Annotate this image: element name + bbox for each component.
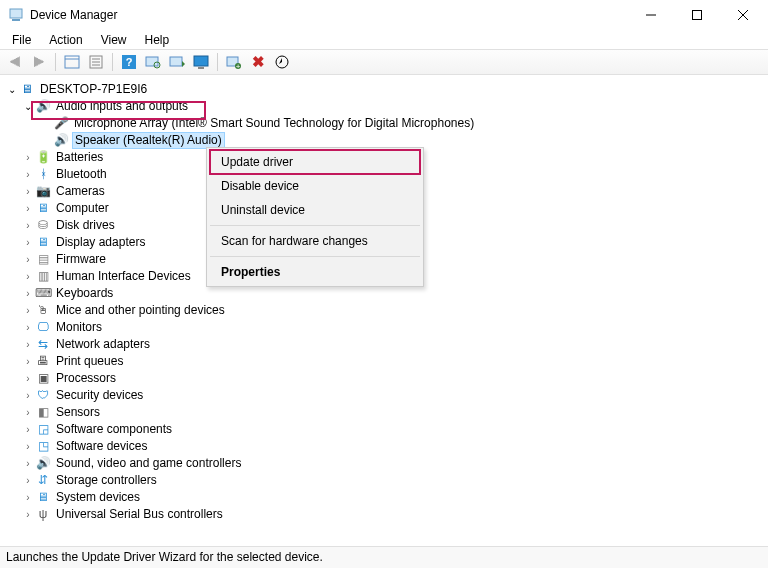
speaker-label[interactable]: Speaker (Realtek(R) Audio)	[72, 132, 225, 149]
category-usb[interactable]: ›ψUniversal Serial Bus controllers	[6, 506, 768, 523]
category-label[interactable]: Sensors	[54, 404, 102, 421]
tb-monitor[interactable]	[190, 51, 212, 73]
category-label[interactable]: Network adapters	[54, 336, 152, 353]
tb-scan[interactable]	[142, 51, 164, 73]
category-swdev[interactable]: ›◳Software devices	[6, 438, 768, 455]
tree-root[interactable]: ⌄ 🖥 DESKTOP-7P1E9I6	[6, 81, 768, 98]
ctx-uninstall-device[interactable]: Uninstall device	[209, 198, 421, 222]
caret-icon[interactable]: ›	[22, 455, 34, 472]
category-swcomp[interactable]: ›◲Software components	[6, 421, 768, 438]
menu-help[interactable]: Help	[137, 31, 178, 49]
tb-properties[interactable]	[85, 51, 107, 73]
tb-update[interactable]	[166, 51, 188, 73]
category-label[interactable]: Universal Serial Bus controllers	[54, 506, 225, 523]
category-audio[interactable]: ⌄ 🔊 Audio inputs and outputs	[6, 98, 768, 115]
computer-icon: 🖥	[35, 201, 51, 217]
category-keyboards[interactable]: ›⌨Keyboards	[6, 285, 768, 302]
caret-icon[interactable]: ›	[22, 149, 34, 166]
microphone-icon: 🎤	[53, 116, 69, 132]
category-label[interactable]: Monitors	[54, 319, 104, 336]
svg-rect-6	[65, 56, 79, 68]
caret-icon[interactable]: ⌄	[6, 81, 18, 98]
tb-add-legacy[interactable]: +	[223, 51, 245, 73]
category-label[interactable]: Firmware	[54, 251, 108, 268]
ctx-update-driver[interactable]: Update driver	[209, 149, 421, 175]
root-label[interactable]: DESKTOP-7P1E9I6	[38, 81, 149, 98]
category-storage[interactable]: ›⇵Storage controllers	[6, 472, 768, 489]
menu-view[interactable]: View	[93, 31, 135, 49]
caret-icon[interactable]: ›	[22, 472, 34, 489]
tb-help[interactable]: ?	[118, 51, 140, 73]
caret-icon[interactable]: ›	[22, 489, 34, 506]
tb-older[interactable]	[271, 51, 293, 73]
caret-icon[interactable]: ›	[22, 234, 34, 251]
category-label[interactable]: Disk drives	[54, 217, 117, 234]
category-label[interactable]: Computer	[54, 200, 111, 217]
category-security[interactable]: ›🛡Security devices	[6, 387, 768, 404]
category-monitors[interactable]: ›🖵Monitors	[6, 319, 768, 336]
ctx-properties[interactable]: Properties	[209, 260, 421, 284]
caret-icon[interactable]: ›	[22, 506, 34, 523]
tb-sep	[112, 53, 113, 71]
category-label[interactable]: Processors	[54, 370, 118, 387]
category-sound[interactable]: ›🔊Sound, video and game controllers	[6, 455, 768, 472]
caret-icon[interactable]: ›	[22, 200, 34, 217]
caret-icon[interactable]: ›	[22, 166, 34, 183]
minimize-button[interactable]	[628, 0, 674, 30]
category-label[interactable]: Mice and other pointing devices	[54, 302, 227, 319]
batteries-icon: 🔋	[35, 150, 51, 166]
category-print[interactable]: ›🖶Print queues	[6, 353, 768, 370]
category-label[interactable]: Bluetooth	[54, 166, 109, 183]
tb-uninstall[interactable]: ✖	[247, 51, 269, 73]
category-label[interactable]: Batteries	[54, 149, 105, 166]
category-label[interactable]: Display adapters	[54, 234, 147, 251]
app-icon	[8, 7, 24, 23]
mic-label[interactable]: Microphone Array (Intel® Smart Sound Tec…	[72, 115, 476, 132]
tb-show-hidden[interactable]	[61, 51, 83, 73]
category-label[interactable]: Storage controllers	[54, 472, 159, 489]
display-icon: 🖥	[35, 235, 51, 251]
category-label[interactable]: System devices	[54, 489, 142, 506]
menu-file[interactable]: File	[4, 31, 39, 49]
category-network[interactable]: ›⇆Network adapters	[6, 336, 768, 353]
caret-icon[interactable]: ›	[22, 387, 34, 404]
caret-icon[interactable]: ›	[22, 302, 34, 319]
ctx-separator	[210, 256, 420, 257]
category-label[interactable]: Print queues	[54, 353, 125, 370]
category-label[interactable]: Software devices	[54, 438, 149, 455]
category-label[interactable]: Security devices	[54, 387, 145, 404]
caret-icon[interactable]: ›	[22, 438, 34, 455]
caret-icon[interactable]: ›	[22, 217, 34, 234]
close-button[interactable]	[720, 0, 766, 30]
caret-icon[interactable]: ›	[22, 285, 34, 302]
caret-icon[interactable]: ›	[22, 370, 34, 387]
category-label[interactable]: Software components	[54, 421, 174, 438]
category-processors[interactable]: ›▣Processors	[6, 370, 768, 387]
tb-forward[interactable]: ⯈	[28, 51, 50, 73]
caret-icon[interactable]: ⌄	[22, 98, 34, 115]
category-mice[interactable]: ›🖱Mice and other pointing devices	[6, 302, 768, 319]
caret-icon[interactable]: ›	[22, 268, 34, 285]
caret-icon[interactable]: ›	[22, 404, 34, 421]
caret-icon[interactable]: ›	[22, 421, 34, 438]
ctx-disable-device[interactable]: Disable device	[209, 174, 421, 198]
monitors-icon: 🖵	[35, 320, 51, 336]
caret-icon[interactable]: ›	[22, 353, 34, 370]
category-label[interactable]: Cameras	[54, 183, 107, 200]
caret-icon[interactable]: ›	[22, 183, 34, 200]
category-label[interactable]: Keyboards	[54, 285, 115, 302]
tb-back[interactable]: ⯇	[4, 51, 26, 73]
category-label[interactable]: Sound, video and game controllers	[54, 455, 243, 472]
category-label[interactable]: Human Interface Devices	[54, 268, 193, 285]
caret-icon[interactable]: ›	[22, 336, 34, 353]
audio-label[interactable]: Audio inputs and outputs	[54, 98, 190, 115]
device-microphone[interactable]: 🎤 Microphone Array (Intel® Smart Sound T…	[6, 115, 768, 132]
ctx-scan-hardware[interactable]: Scan for hardware changes	[209, 229, 421, 253]
category-sensors[interactable]: ›◧Sensors	[6, 404, 768, 421]
caret-icon[interactable]: ›	[22, 251, 34, 268]
device-tree[interactable]: ⌄ 🖥 DESKTOP-7P1E9I6 ⌄ 🔊 Audio inputs and…	[0, 75, 768, 523]
menu-action[interactable]: Action	[41, 31, 90, 49]
category-system[interactable]: ›🖥System devices	[6, 489, 768, 506]
caret-icon[interactable]: ›	[22, 319, 34, 336]
maximize-button[interactable]	[674, 0, 720, 30]
